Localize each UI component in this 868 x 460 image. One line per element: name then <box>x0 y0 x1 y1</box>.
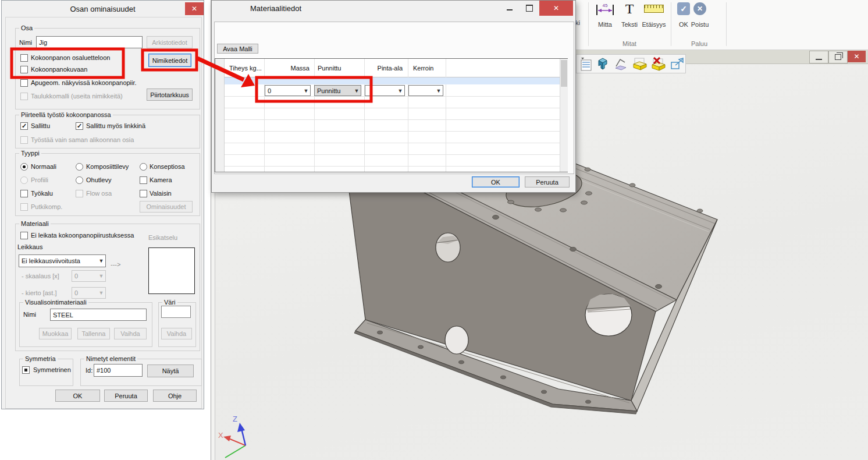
close-icon[interactable]: ✕ <box>848 51 866 62</box>
ok-button[interactable]: OK <box>472 176 520 187</box>
ominaisuudet-button[interactable]: Ominaisuudet <box>140 201 193 213</box>
group-tyyppi-legend: Tyyppi <box>19 150 41 157</box>
dialog-title: Osan ominaisuudet <box>2 5 204 13</box>
punnittu-dropdown[interactable]: Punnittu▼ <box>314 85 361 96</box>
massa-dropdown-value: 0 <box>268 87 271 94</box>
sheet-face-icon[interactable] <box>614 57 628 71</box>
selected-row[interactable] <box>225 77 560 84</box>
avaa-malli-button[interactable]: Avaa Malli <box>217 44 258 54</box>
col-tiheys[interactable]: Tiheys kg... <box>229 65 262 72</box>
text-icon[interactable]: T <box>621 1 638 17</box>
checkbox-apugeom[interactable] <box>20 79 28 87</box>
peruuta-button[interactable]: Peruuta <box>525 176 570 187</box>
minimize-icon[interactable] <box>500 1 520 16</box>
vari-vaihda-button[interactable]: Vaihda <box>161 328 192 339</box>
ok-button[interactable]: OK <box>55 390 100 402</box>
kerroin-dropdown[interactable]: ▼ <box>408 85 443 96</box>
checkbox-tyokalu[interactable] <box>20 190 28 197</box>
checkbox-taulukkomalli[interactable] <box>20 93 28 100</box>
close-icon[interactable]: ✕ <box>539 1 573 16</box>
piirtotarkkuus-button[interactable]: Piirtotarkkuus <box>147 89 193 101</box>
scrollbar-thumb[interactable] <box>561 60 567 87</box>
col-punnittu[interactable]: Punnittu <box>318 65 341 72</box>
dialog-title: Materiaalitiedot <box>250 5 301 12</box>
ribbon-separator <box>726 2 727 46</box>
radio-komposiittilevy[interactable] <box>76 163 83 171</box>
checkbox-valaisin-label: Valaisin <box>150 190 172 197</box>
maximize-icon[interactable] <box>520 1 539 16</box>
export-geometry-icon[interactable] <box>670 57 685 71</box>
checkbox-putkikomp[interactable] <box>20 203 28 211</box>
nimiketiedot-button[interactable]: Nimiketiedot <box>148 54 191 67</box>
ohje-button[interactable]: Ohje <box>153 390 197 402</box>
arkistotiedot-button[interactable]: Arkistotiedot <box>147 36 193 48</box>
punnittu-dropdown-value: Punnittu <box>317 87 340 94</box>
group-visualisointi-legend: Visualisointimateriaali <box>23 299 88 306</box>
ribbon-toolbar: ki 45 Mitta T Teksti Etäisyys Mitat ✓ OK… <box>570 0 868 50</box>
dialog-osan-ominaisuudet: Osan ominaisuudet ✕ Osa Nimi Jig Arkisto… <box>1 0 204 409</box>
checkbox-kamera-label: Kamera <box>150 176 172 184</box>
dialog-titlebar[interactable]: Osan ominaisuudet <box>2 1 204 17</box>
checkbox-sallittu-linkkina-label: Sallittu myös linkkinä <box>86 122 145 130</box>
checkbox-symmetrinen[interactable] <box>22 366 30 374</box>
group-osa-legend: Osa <box>19 24 34 32</box>
checkbox-valaisin[interactable] <box>140 190 147 197</box>
mitta-button[interactable]: Mitta <box>592 21 618 28</box>
checkbox-tyosta-alikoonta[interactable] <box>20 136 28 144</box>
massa-dropdown[interactable]: 0▼ <box>265 85 311 96</box>
minimize-icon[interactable] <box>809 51 828 63</box>
checkbox-sallittu-linkkina[interactable] <box>76 122 83 130</box>
radio-konseptiosa[interactable] <box>140 163 147 171</box>
dimension-icon-value: 45 <box>603 3 608 8</box>
dialog-materiaalitiedot: Materiaalitiedot ✕ Avaa Malli Tiheys kg.… <box>211 0 576 193</box>
etaisyys-button[interactable]: Etäisyys <box>641 21 667 28</box>
model-list-icon[interactable] <box>580 57 592 71</box>
checkbox-ei-leikata[interactable] <box>20 232 28 239</box>
checkbox-sallittu[interactable] <box>20 122 28 130</box>
solid-box-icon[interactable] <box>632 57 648 71</box>
poistu-button[interactable]: Poistu <box>688 21 712 28</box>
ok-check-icon[interactable]: ✓ <box>677 2 690 15</box>
nayta-button[interactable]: Näytä <box>147 365 194 377</box>
radio-ohutlevy[interactable] <box>76 176 83 184</box>
muokkaa-button[interactable]: Muokkaa <box>39 328 72 339</box>
part-name-field[interactable]: Jig <box>36 36 143 48</box>
ruler-icon[interactable] <box>644 5 664 13</box>
part-block-icon[interactable] <box>596 57 610 71</box>
table-scrollbar[interactable] <box>560 59 568 172</box>
leikkaus-dropdown[interactable]: Ei leikkausviivoitusta▼ <box>19 254 106 267</box>
col-massa[interactable]: Massa <box>264 65 310 72</box>
checkbox-osaluettelo[interactable] <box>20 54 28 62</box>
radio-ohutlevy-label: Ohutlevy <box>86 176 111 184</box>
delete-solid-icon[interactable] <box>650 57 666 71</box>
hatch-preview-box <box>148 247 195 294</box>
pinta-ala-dropdown[interactable]: ▼ <box>365 85 405 96</box>
checkbox-flow-osa[interactable] <box>76 190 83 197</box>
dimension-icon[interactable]: 45 <box>595 2 615 16</box>
application-window: ki 45 Mitta T Teksti Etäisyys Mitat ✓ OK… <box>0 0 868 460</box>
skaalaus-dropdown[interactable]: 0▼ <box>72 270 106 282</box>
checkbox-putkikomp-label: Putkikomp. <box>31 203 62 211</box>
leikkaus-dropdown-value: Ei leikkausviivoitusta <box>22 257 80 264</box>
close-icon[interactable]: ✕ <box>185 2 204 15</box>
radio-profiili[interactable] <box>20 176 28 184</box>
exit-x-icon[interactable]: ✕ <box>693 2 706 15</box>
kierto-dropdown[interactable]: 0▼ <box>72 287 106 299</box>
vaihda-button[interactable]: Vaihda <box>114 328 147 339</box>
checkbox-kamera[interactable] <box>140 176 147 184</box>
chevron-down-icon: ▼ <box>97 273 105 279</box>
vis-material-field[interactable]: STEEL <box>50 309 147 321</box>
radio-komposiittilevy-label: Komposiittilevy <box>86 163 129 171</box>
teksti-button[interactable]: Teksti <box>617 21 642 28</box>
element-id-field[interactable]: #100 <box>94 364 143 377</box>
radio-normaali[interactable] <box>20 163 28 171</box>
peruuta-button[interactable]: Peruuta <box>104 390 148 402</box>
col-kerroin[interactable]: Kerroin <box>413 65 433 72</box>
material-table[interactable]: Tiheys kg... Massa Punnittu Pinta-ala Ke… <box>215 58 568 172</box>
restore-icon[interactable] <box>828 51 848 63</box>
tallenna-button[interactable]: Tallenna <box>77 328 110 339</box>
group-piirre-legend: Piirteellä työstö kokoonpanossa <box>19 111 113 119</box>
checkbox-kokoonpanokuva[interactable] <box>20 66 28 73</box>
row-header-column <box>215 59 225 172</box>
col-pinta-ala[interactable]: Pinta-ala <box>361 65 403 72</box>
